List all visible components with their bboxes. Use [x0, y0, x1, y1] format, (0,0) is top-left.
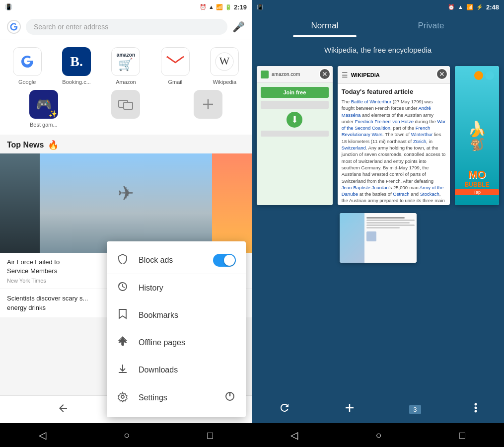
right-vibrate-icon: 📳 — [257, 4, 264, 10]
news-image-left — [0, 153, 40, 253]
tab-normal[interactable]: Normal — [272, 14, 378, 37]
alarm-icon: ⏰ — [200, 4, 207, 10]
small-tab-card[interactable] — [340, 213, 417, 263]
recents-sys-button[interactable]: □ — [207, 430, 213, 441]
booking-label: Booking.c... — [57, 79, 96, 85]
toggle-knob — [224, 255, 235, 266]
wikipedia-label: Wikipedia — [205, 79, 244, 85]
tabs-row-1: ✕ amazon.com Join free ⬇ ✕ ☰ — [257, 66, 499, 205]
right-refresh-button[interactable] — [279, 402, 290, 417]
amazon-icon: amazon 🛒 — [111, 47, 140, 76]
back-button[interactable] — [57, 402, 69, 417]
download-circle: ⬇ — [287, 112, 302, 128]
game-bubble-text: BUBBLE — [455, 181, 499, 188]
gmail-label: Gmail — [155, 79, 195, 85]
menu-item-downloads[interactable]: Downloads — [107, 356, 246, 383]
mini-image — [366, 231, 376, 241]
fire-icon: 🔥 — [48, 140, 59, 150]
booking-letter: B. — [70, 54, 83, 70]
block-ads-toggle[interactable] — [213, 254, 236, 267]
svg-point-11 — [121, 395, 124, 398]
mini-line-4 — [366, 224, 415, 226]
google-g-icon — [8, 21, 20, 33]
settings-power-row: Settings — [107, 383, 246, 412]
tab-normal-label: Normal — [311, 21, 339, 30]
right-alarm-icon: ⏰ — [448, 4, 455, 10]
google-icon — [13, 47, 42, 76]
tab-card-wikipedia[interactable]: ✕ ☰ WIKIPEDIA 🔍 Today's featured article… — [338, 66, 450, 205]
offline-label: Offline pages — [139, 338, 236, 347]
banana-icon: 🍌 — [468, 120, 486, 138]
quick-item-add[interactable] — [188, 90, 228, 128]
airplane-icon — [117, 336, 129, 349]
wiki-card-header: ☰ WIKIPEDIA 🔍 — [338, 66, 450, 84]
quick-item-amazon[interactable]: amazon 🛒 Amazon — [106, 47, 145, 85]
mini-page-left — [340, 213, 364, 263]
quick-item-google[interactable]: Google — [7, 47, 47, 85]
multiwindow-icon — [111, 90, 140, 119]
tab-page-title: Wikipedia, the free encyclopedia — [262, 46, 494, 54]
downloads-label: Downloads — [139, 366, 236, 374]
join-bar-2 — [261, 131, 329, 137]
right-back-sys-button[interactable]: ◁ — [290, 429, 298, 441]
right-more-button[interactable] — [474, 402, 477, 417]
news-images: ✈ — [0, 153, 252, 253]
right-home-sys-button[interactable]: ○ — [375, 430, 381, 441]
signal-icon: 📶 — [216, 4, 223, 10]
tab-card-join[interactable]: ✕ amazon.com Join free ⬇ — [257, 66, 333, 205]
right-add-tab-button[interactable] — [344, 402, 356, 417]
circle-blue — [485, 71, 494, 80]
right-panel: 📳 ⏰ ▲ 📶 ⚡ 2:48 Normal Private Wikipedia,… — [252, 0, 504, 447]
mini-line-5 — [366, 227, 400, 228]
quick-item-wikipedia[interactable]: W Wikipedia — [205, 47, 244, 85]
quick-item-gmail[interactable]: Gmail — [155, 47, 195, 85]
game-content: 🍌 🐒 MO BUBBLE Tap — [455, 66, 499, 205]
search-bar: Search or enter address 🎤 — [0, 14, 252, 40]
close-join-button[interactable]: ✕ — [319, 68, 331, 80]
monkey-icon: 🐒 — [470, 138, 485, 151]
back-sys-button[interactable]: ◁ — [39, 429, 46, 441]
amazon-label: Amazon — [106, 79, 145, 85]
search-input[interactable]: Search or enter address — [26, 19, 227, 35]
quick-item-bestgames[interactable]: 🎮 ✨ Best gam... — [24, 90, 64, 128]
menu-item-history[interactable]: History — [107, 274, 246, 301]
mic-icon[interactable]: 🎤 — [232, 21, 245, 33]
wiki-featured-title: Today's featured article — [342, 88, 446, 95]
game-title-area: MO BUBBLE Tap — [455, 168, 499, 195]
mini-line-3 — [366, 222, 410, 224]
quick-item-booking[interactable]: B. Booking.c... — [57, 47, 96, 85]
tab-card-game[interactable]: 🍌 🐒 MO BUBBLE Tap — [455, 66, 499, 205]
tab-private-label: Private — [418, 21, 444, 30]
settings-icon — [117, 391, 129, 405]
right-time: 2:48 — [486, 3, 499, 11]
left-status-bar: 📳 ⏰ ▲ 📶 🔋 2:19 — [0, 0, 252, 14]
power-icon[interactable] — [224, 390, 236, 405]
menu-item-bookmarks[interactable]: Bookmarks — [107, 301, 246, 329]
quick-access-grid: Google B. Booking.c... amazon 🛒 Amazon — [0, 40, 252, 135]
home-sys-button[interactable]: ○ — [124, 430, 130, 441]
history-label: History — [139, 284, 236, 293]
download-icon — [117, 363, 129, 376]
menu-item-offline[interactable]: Offline pages — [107, 329, 246, 356]
svg-rect-4 — [124, 102, 133, 109]
plane-silhouette: ✈ — [118, 182, 135, 205]
menu-item-block-ads[interactable]: Block ads — [107, 246, 246, 274]
right-tabs-count[interactable]: 3 — [409, 405, 421, 414]
join-free-button[interactable]: Join free — [261, 87, 329, 98]
dropdown-menu: Block ads History — [107, 241, 246, 417]
battery-icon: 🔋 — [225, 4, 232, 10]
right-battery-icon: ⚡ — [476, 4, 483, 10]
mini-line-2 — [366, 220, 415, 221]
quick-item-multiwindow[interactable] — [106, 90, 145, 128]
menu-item-settings[interactable]: Settings — [117, 391, 167, 405]
bookmark-icon — [117, 308, 129, 322]
google-logo — [7, 20, 21, 34]
join-url: amazon.com — [272, 72, 300, 77]
right-recents-sys-button[interactable]: □ — [459, 430, 465, 441]
add-icon — [194, 90, 222, 119]
left-status-icons: 📳 — [5, 3, 12, 10]
left-status-right: ⏰ ▲ 📶 🔋 2:19 — [200, 3, 247, 11]
google-label: Google — [7, 79, 47, 85]
bestgames-label: Best gam... — [24, 122, 64, 128]
tab-private[interactable]: Private — [378, 14, 484, 37]
